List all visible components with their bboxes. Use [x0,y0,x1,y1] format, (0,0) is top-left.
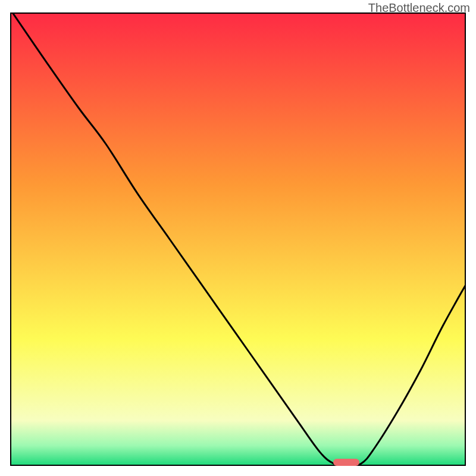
chart-border [10,12,466,466]
minimum-marker [333,459,359,466]
chart-container: TheBottleneck.com [0,0,476,476]
